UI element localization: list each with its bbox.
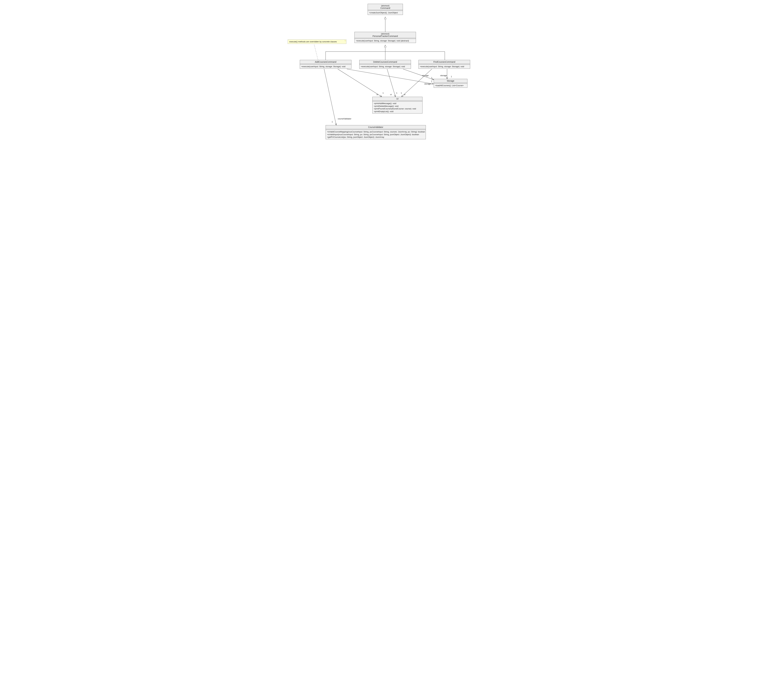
assoc-label-storage: storage — [440, 74, 447, 77]
class-title: FindCoursesCommand — [419, 60, 470, 64]
class-name: UI — [374, 98, 421, 100]
class-name: AddCoursesCommand — [301, 61, 350, 63]
assoc-mult-1: 1 — [401, 92, 402, 94]
class-course-validator: CourseValidator +isValidCourseMapping(nu… — [326, 125, 426, 139]
members: +loadAllCourses(): List<Course> — [434, 84, 467, 88]
class-title: UI — [372, 97, 422, 101]
assoc-mult-1: 1 — [431, 77, 432, 79]
class-title: {abstract} PersonalTrackerCommand — [355, 32, 416, 38]
member: +printAddMessage(): void — [374, 102, 421, 105]
assoc-mult-1: 1 — [396, 92, 397, 94]
assoc-label-storage: storage — [424, 83, 431, 85]
class-find-courses-command: FindCoursesCommand +execute(userInput: S… — [418, 60, 470, 69]
class-storage: Storage +loadAllCourses(): List<Course> — [434, 79, 467, 88]
assoc-label-ui: ui — [404, 93, 405, 95]
members: +printAddMessage(): void +printDeleteMes… — [372, 102, 422, 113]
class-command: {abstract} Command +createJsonObject(): … — [368, 4, 403, 15]
member: +printFoundCourses(foundCourse: course):… — [374, 108, 421, 110]
assoc-label-ui: ui — [376, 93, 378, 95]
class-name: CourseValidator — [327, 126, 424, 128]
member: +createJsonObject(): JsonObject — [369, 11, 402, 14]
assoc-label-ui: ui — [390, 93, 392, 95]
member: +isValidCourseMapping(nusCourseInput: St… — [327, 130, 424, 133]
connectors — [286, 0, 473, 144]
class-personal-tracker-command: {abstract} PersonalTrackerCommand +execu… — [354, 32, 416, 43]
class-name: Storage — [435, 80, 466, 82]
assoc-mult-1: 1 — [383, 92, 383, 94]
uml-note: execute() methods are overridden by conc… — [288, 39, 346, 44]
class-delete-courses-command: DeleteCoursesCommand +execute(userInput:… — [359, 60, 411, 69]
uml-canvas: execute() methods are overridden by conc… — [286, 0, 473, 144]
stereotype: {abstract} — [356, 33, 415, 35]
members: +execute(userInput: String, storage: Sto… — [360, 65, 411, 69]
class-title: DeleteCoursesCommand — [360, 60, 411, 64]
assoc-mult-1: 1 — [332, 120, 333, 123]
member: +execute(userInput: String, storage: Sto… — [301, 65, 350, 68]
member: +execute(userInput: String, storage: Sto… — [361, 65, 410, 68]
class-name: DeleteCoursesCommand — [361, 61, 410, 63]
class-name: Command — [369, 7, 402, 9]
assoc-mult-1: 1 — [451, 75, 452, 78]
member: +execute(userInput: String, storage: Sto… — [356, 39, 415, 42]
members: +execute(userInput: String, storage: Sto… — [419, 65, 470, 69]
member: +isValidInput(nusCourseInput: String, pu… — [327, 133, 424, 136]
class-title: Storage — [434, 79, 467, 83]
members: +execute(userInput: String, storage: Sto… — [300, 65, 351, 69]
member: +printEmptyList(): void — [374, 110, 421, 113]
class-title: CourseValidator — [326, 125, 426, 129]
assoc-label-storage: storage — [422, 74, 429, 77]
members: +createJsonObject(): JsonObject — [368, 11, 403, 15]
class-name: PersonalTrackerCommand — [356, 35, 415, 38]
assoc-mult-1: 1 — [431, 80, 432, 82]
class-name: FindCoursesCommand — [420, 61, 469, 63]
members: +execute(userInput: String, storage: Sto… — [355, 39, 416, 43]
class-title: {abstract} Command — [368, 4, 403, 10]
members: +isValidCourseMapping(nusCourseInput: St… — [326, 130, 426, 139]
member: +loadAllCourses(): List<Course> — [435, 84, 466, 87]
class-add-courses-command: AddCoursesCommand +execute(userInput: St… — [300, 60, 351, 69]
uml-note-text: execute() methods are overridden by conc… — [290, 41, 337, 43]
member: +printDeleteMessage(): void — [374, 105, 421, 108]
class-ui: UI +printAddMessage(): void +printDelete… — [372, 97, 423, 114]
member: +getPUCourseList(pu: String, jsonObject:… — [327, 136, 424, 139]
member: +execute(userInput: String, storage: Sto… — [420, 65, 469, 68]
assoc-label-course-validator: courseValidator — [338, 117, 351, 120]
class-title: AddCoursesCommand — [300, 60, 351, 64]
stereotype: {abstract} — [369, 5, 402, 7]
